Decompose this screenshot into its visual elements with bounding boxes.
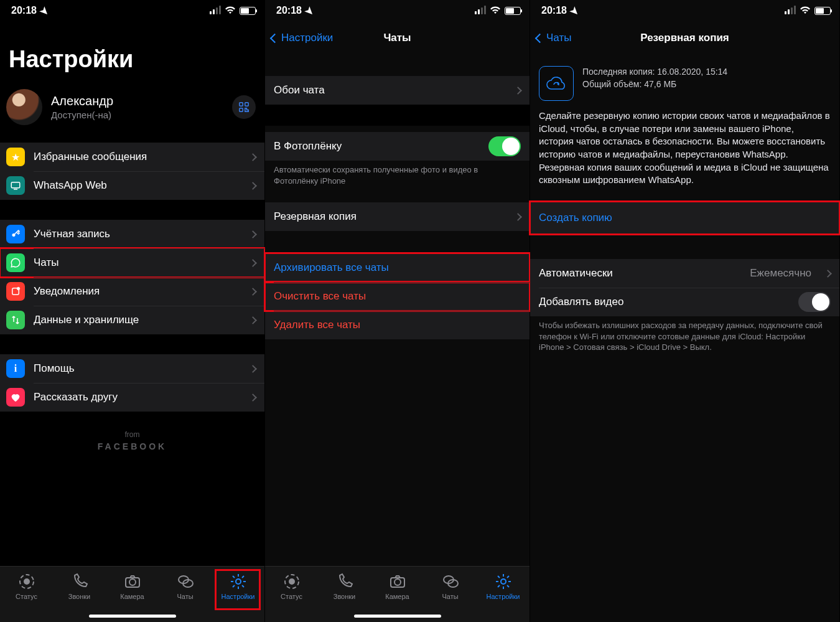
backup-size: Общий объём: 47,6 МБ bbox=[582, 78, 727, 91]
nav-bar: Настройки Чаты bbox=[265, 21, 530, 55]
cellular-icon bbox=[475, 7, 486, 14]
chevron-right-icon bbox=[249, 288, 257, 296]
row-include-video[interactable]: Добавлять видео bbox=[530, 288, 839, 316]
star-icon: ★ bbox=[6, 148, 25, 166]
screen-backup: 20:18 ➤ Чаты Резервная копия Последняя к… bbox=[530, 0, 840, 622]
tab-camera[interactable]: Камера bbox=[111, 573, 154, 600]
cameraroll-switch[interactable] bbox=[488, 136, 521, 156]
chevron-right-icon bbox=[249, 316, 257, 324]
battery-icon bbox=[814, 7, 831, 15]
status-time: 20:18 bbox=[541, 5, 567, 16]
nav-bar: Чаты Резервная копия bbox=[530, 21, 839, 55]
tab-status[interactable]: Статус bbox=[270, 573, 314, 600]
row-starred-messages[interactable]: ★ Избранные сообщения bbox=[0, 143, 264, 171]
tab-calls[interactable]: Звонки bbox=[323, 573, 366, 600]
profile-status: Доступен(-на) bbox=[51, 110, 223, 120]
whatsapp-icon bbox=[6, 253, 25, 272]
row-create-backup[interactable]: Создать копию bbox=[530, 202, 839, 234]
svg-point-17 bbox=[394, 579, 401, 585]
svg-rect-1 bbox=[245, 103, 248, 106]
row-save-cameraroll[interactable]: В Фотоплёнку bbox=[265, 132, 530, 161]
row-data-storage[interactable]: Данные и хранилище bbox=[0, 306, 264, 334]
screen-settings: 20:18 ➤ Настройки Александр Доступен(-на… bbox=[0, 0, 265, 622]
back-button[interactable]: Чаты bbox=[536, 32, 571, 44]
highlight-box bbox=[215, 569, 261, 610]
footer-brand: from FACEBOOK bbox=[0, 430, 264, 451]
row-clear-all[interactable]: Очистить все чаты bbox=[265, 282, 530, 311]
wifi-icon bbox=[490, 6, 501, 16]
row-help[interactable]: i Помощь bbox=[0, 354, 264, 383]
info-icon: i bbox=[6, 359, 25, 378]
tab-calls[interactable]: Звонки bbox=[58, 573, 101, 600]
row-account[interactable]: Учётная запись bbox=[0, 220, 264, 248]
cellular-icon bbox=[210, 7, 221, 14]
row-backup[interactable]: Резервная копия bbox=[265, 202, 530, 231]
location-icon: ➤ bbox=[567, 4, 582, 18]
desktop-icon bbox=[6, 176, 25, 195]
arrows-icon bbox=[6, 311, 25, 329]
status-bar: 20:18 ➤ bbox=[265, 0, 530, 21]
chats-icon bbox=[442, 573, 459, 590]
svg-point-10 bbox=[129, 579, 136, 585]
row-whatsapp-web[interactable]: WhatsApp Web bbox=[0, 171, 264, 200]
phone-icon bbox=[336, 573, 353, 590]
svg-rect-2 bbox=[240, 108, 243, 111]
chevron-right-icon bbox=[249, 259, 257, 267]
home-indicator[interactable] bbox=[89, 615, 176, 618]
location-icon: ➤ bbox=[37, 4, 52, 18]
chevron-right-icon bbox=[249, 153, 257, 161]
svg-point-20 bbox=[501, 579, 506, 584]
location-icon: ➤ bbox=[302, 4, 317, 18]
chevron-left-icon bbox=[270, 33, 280, 43]
camera-icon bbox=[124, 573, 141, 590]
profile-name: Александр bbox=[51, 94, 223, 108]
tab-chats[interactable]: Чаты bbox=[429, 573, 472, 600]
tab-chats[interactable]: Чаты bbox=[164, 573, 207, 600]
tab-bar: Статус Звонки Камера Чаты Настройки bbox=[0, 566, 264, 622]
chevron-left-icon bbox=[535, 33, 545, 43]
row-notifications[interactable]: Уведомления bbox=[0, 277, 264, 306]
backup-header: Последняя копия: 16.08.2020, 15:14 Общий… bbox=[530, 55, 839, 106]
camera-icon bbox=[389, 573, 406, 590]
battery-icon bbox=[240, 7, 256, 15]
cloud-icon bbox=[539, 66, 574, 101]
auto-value: Ежемесячно bbox=[750, 267, 811, 280]
nav-title: Резервная копия bbox=[530, 32, 839, 44]
row-archive-all[interactable]: Архивировать все чаты bbox=[265, 253, 530, 282]
status-bar: 20:18 ➤ bbox=[0, 0, 264, 21]
row-tell-friend[interactable]: Рассказать другу bbox=[0, 383, 264, 412]
screen-chats-settings: 20:18 ➤ Настройки Чаты Обои чата В Фотоп… bbox=[265, 0, 530, 622]
status-icon bbox=[283, 573, 301, 590]
chevron-right-icon bbox=[249, 393, 257, 402]
video-footnote: Чтобы избежать излишних расходов за пере… bbox=[530, 316, 839, 357]
chevron-right-icon bbox=[514, 213, 522, 221]
key-icon bbox=[6, 225, 25, 243]
home-indicator[interactable] bbox=[354, 615, 441, 618]
avatar bbox=[6, 89, 42, 125]
tab-camera[interactable]: Камера bbox=[376, 573, 419, 600]
tab-status[interactable]: Статус bbox=[5, 573, 49, 600]
backup-description: Сделайте резервную копию истории своих ч… bbox=[530, 106, 839, 196]
back-button[interactable]: Настройки bbox=[271, 32, 333, 44]
row-chats[interactable]: Чаты bbox=[0, 248, 264, 277]
wifi-icon bbox=[800, 6, 811, 16]
row-wallpaper[interactable]: Обои чата bbox=[265, 76, 530, 105]
chevron-right-icon bbox=[249, 365, 257, 373]
qr-button[interactable] bbox=[232, 95, 256, 119]
chevron-right-icon bbox=[249, 230, 257, 238]
video-switch[interactable] bbox=[798, 292, 831, 312]
backup-last: Последняя копия: 16.08.2020, 15:14 bbox=[582, 66, 727, 78]
row-delete-all[interactable]: Удалить все чаты bbox=[265, 311, 530, 339]
chevron-right-icon bbox=[249, 182, 257, 190]
status-bar: 20:18 ➤ bbox=[530, 0, 839, 21]
row-auto-backup[interactable]: Автоматически Ежемесячно bbox=[530, 259, 839, 288]
gear-icon bbox=[495, 573, 512, 590]
profile-row[interactable]: Александр Доступен(-на) bbox=[0, 83, 264, 136]
svg-point-15 bbox=[289, 579, 294, 584]
tab-settings[interactable]: Настройки bbox=[482, 573, 525, 600]
chevron-right-icon bbox=[514, 87, 522, 95]
wifi-icon bbox=[225, 6, 236, 16]
svg-point-8 bbox=[24, 579, 29, 584]
status-icon bbox=[18, 573, 35, 590]
svg-rect-3 bbox=[11, 182, 20, 188]
